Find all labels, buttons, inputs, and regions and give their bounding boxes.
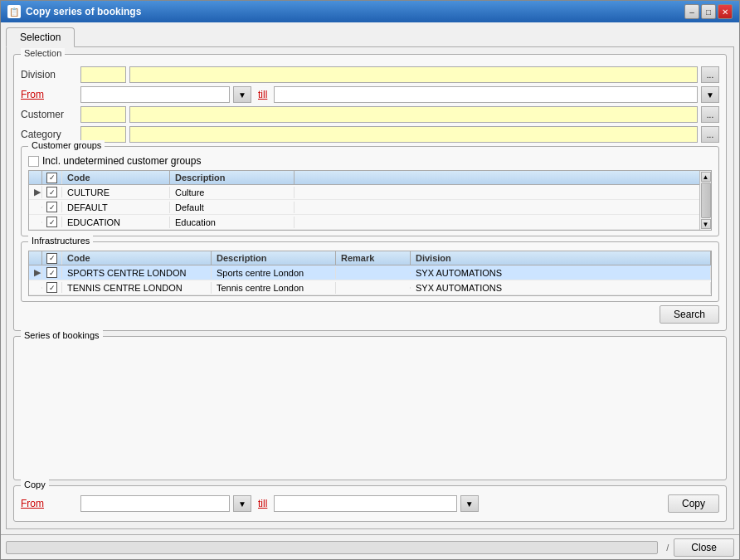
infra-row-1[interactable]: ✓ TENNIS CENTRE LONDON Tennis centre Lon… (29, 280, 711, 295)
infra-row-1-division: SYX AUTOMATIONS (411, 282, 711, 294)
customer-groups-grid: ✓ Code Description ▶ ✓ (28, 170, 712, 231)
customer-label: Customer (21, 109, 77, 120)
cg-row-1[interactable]: ✓ DEFAULT Default (29, 200, 699, 215)
main-panel: Selection Division ... From ▼ till (6, 46, 734, 529)
copy-from-input[interactable] (80, 495, 230, 512)
infra-row-0-description: Sports centre London (212, 267, 336, 279)
category-label: Category (21, 129, 77, 140)
cg-header-description: Description (170, 171, 295, 184)
selection-fieldset: Selection Division ... From ▼ till (13, 54, 727, 331)
copy-button[interactable]: Copy (668, 494, 719, 513)
main-window: 📋 Copy series of bookings – □ ✕ Selectio… (0, 0, 740, 560)
cg-header-checkbox[interactable]: ✓ (46, 173, 57, 183)
cg-row-1-expander[interactable] (29, 207, 42, 208)
cg-scrollbar: ▲ ▼ (699, 171, 711, 230)
copy-fieldset: Copy From ▼ till ▼ Copy (13, 485, 727, 522)
infra-row-1-checkbox[interactable]: ✓ (46, 282, 57, 293)
title-controls: – □ ✕ (684, 4, 733, 19)
window-icon: 📋 (7, 5, 21, 18)
tab-selection[interactable]: Selection (6, 27, 75, 47)
infrastructures-fieldset: Infrastructures ✓ Code Description (21, 241, 719, 302)
from-input[interactable] (80, 86, 230, 103)
infra-row-0-expander[interactable]: ▶ (29, 266, 42, 279)
maximize-button[interactable]: □ (701, 4, 716, 19)
division-browse-button[interactable]: ... (701, 66, 719, 83)
copy-from-row: From ▼ till ▼ Copy (21, 494, 719, 513)
infra-header-check-cell: ✓ (42, 251, 62, 265)
series-legend: Series of bookings (21, 330, 103, 340)
cg-header-check-cell: ✓ (42, 171, 62, 184)
customer-input-sm[interactable] (80, 106, 126, 123)
cg-row-2[interactable]: ✓ EDUCATION Education (29, 215, 699, 230)
cg-row-2-code: EDUCATION (62, 217, 170, 228)
window-title: Copy series of bookings (26, 6, 141, 17)
infra-header-description: Description (212, 251, 336, 265)
category-row: Category ... (21, 126, 719, 143)
bottom-bar: / Close (1, 534, 739, 559)
tab-bar: Selection (6, 27, 734, 47)
division-input-lg[interactable] (129, 66, 698, 83)
infra-row-0-checkbox[interactable]: ✓ (46, 267, 57, 278)
infra-row-0-division: SYX AUTOMATIONS (411, 267, 711, 279)
copy-from-label[interactable]: From (21, 498, 77, 509)
window-close-button[interactable]: ✕ (718, 4, 733, 19)
infra-header-checkbox[interactable]: ✓ (46, 253, 57, 264)
till-dropdown-button[interactable]: ▼ (701, 86, 719, 103)
customer-groups-legend: Customer groups (28, 140, 105, 150)
division-input-sm[interactable] (80, 66, 126, 83)
cg-header-code: Code (62, 171, 170, 184)
till-label[interactable]: till (255, 89, 270, 100)
cg-row-2-expander[interactable] (29, 222, 42, 223)
cg-row-0-expander[interactable]: ▶ (29, 186, 42, 198)
customer-groups-section: Customer groups Incl. undetermined custo… (21, 146, 719, 236)
category-browse-button[interactable]: ... (701, 126, 719, 143)
cg-row-1-checkbox-cell: ✓ (42, 202, 62, 212)
close-button[interactable]: Close (674, 538, 734, 557)
cg-row-0-code: CULTURE (62, 187, 170, 198)
incl-undetermined-checkbox[interactable] (28, 156, 39, 167)
minimize-button[interactable]: – (684, 4, 699, 19)
infrastructures-legend: Infrastructures (28, 236, 93, 246)
copy-from-dropdown[interactable]: ▼ (233, 495, 251, 512)
from-row: From ▼ till ▼ (21, 86, 719, 103)
infra-row-1-checkbox-cell: ✓ (42, 282, 62, 293)
infra-row-0-checkbox-cell: ✓ (42, 267, 62, 278)
copy-till-dropdown[interactable]: ▼ (460, 495, 479, 512)
infra-grid-content: ✓ Code Description Remark Division ▶ (29, 251, 711, 295)
copy-till-label[interactable]: till (255, 498, 270, 509)
series-section: Series of bookings (13, 336, 727, 480)
cg-scroll-up[interactable]: ▲ (701, 172, 711, 182)
from-dropdown-button[interactable]: ▼ (233, 86, 251, 103)
cg-scroll-thumb[interactable] (701, 183, 711, 218)
title-bar: 📋 Copy series of bookings – □ ✕ (1, 1, 739, 22)
cg-row-1-checkbox[interactable]: ✓ (46, 202, 57, 212)
infra-row-0-code: SPORTS CENTRE LONDON (62, 267, 212, 279)
progress-bar (6, 541, 658, 554)
infra-row-1-remark (336, 287, 411, 289)
infra-grid-header: ✓ Code Description Remark Division (29, 251, 711, 265)
cg-row-0[interactable]: ▶ ✓ CULTURE Culture (29, 185, 699, 200)
category-input-lg[interactable] (129, 126, 698, 143)
cg-row-2-checkbox-cell: ✓ (42, 217, 62, 227)
infra-row-0[interactable]: ▶ ✓ SPORTS CENTRE LONDON Sports centre L… (29, 265, 711, 280)
infra-row-1-code: TENNIS CENTRE LONDON (62, 282, 212, 294)
copy-section: Copy From ▼ till ▼ Copy (13, 485, 727, 522)
cg-row-2-description: Education (170, 217, 295, 228)
cg-row-2-checkbox[interactable]: ✓ (46, 217, 57, 227)
customer-input-lg[interactable] (129, 106, 698, 123)
infra-row-1-expander[interactable] (29, 287, 42, 289)
search-button[interactable]: Search (660, 305, 719, 324)
from-label[interactable]: From (21, 89, 77, 100)
separator: / (666, 543, 669, 553)
customer-browse-button[interactable]: ... (701, 106, 719, 123)
cg-row-1-description: Default (170, 202, 295, 213)
copy-till-input[interactable] (274, 495, 456, 512)
infra-row-0-remark (336, 272, 411, 274)
till-input[interactable] (274, 86, 698, 103)
infra-header-division: Division (411, 251, 711, 265)
customer-groups-grid-header: ✓ Code Description (29, 171, 699, 185)
cg-row-1-code: DEFAULT (62, 202, 170, 213)
cg-scroll-down[interactable]: ▼ (701, 219, 711, 229)
cg-row-0-checkbox[interactable]: ✓ (46, 187, 57, 197)
incl-undetermined-row: Incl. undetermined customer groups (28, 155, 712, 167)
